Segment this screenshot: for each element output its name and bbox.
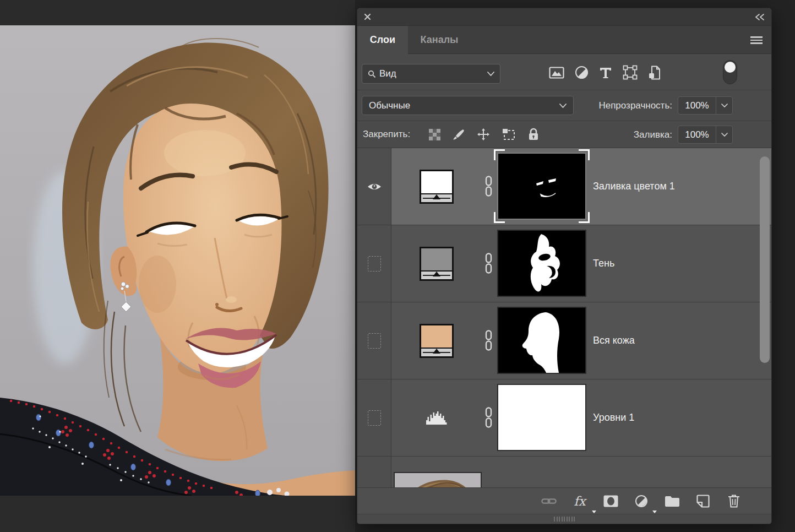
chevron-down-icon bbox=[487, 72, 494, 76]
fill-value-box[interactable]: 100% bbox=[678, 126, 733, 144]
link-mask-icon[interactable] bbox=[484, 407, 493, 428]
layer-body: Заливка цветом 1 bbox=[391, 148, 771, 225]
fill-control: Заливка: 100% bbox=[634, 126, 733, 144]
layer-name: Уровни 1 bbox=[593, 379, 634, 456]
new-adjustment-icon[interactable] bbox=[634, 495, 649, 508]
eye-icon[interactable] bbox=[367, 182, 382, 191]
search-icon bbox=[368, 70, 376, 78]
layer-row-fill-color-1[interactable]: Заливка цветом 1 bbox=[357, 148, 771, 225]
collapse-panel-icon[interactable] bbox=[755, 14, 765, 20]
mask-head-silhouette bbox=[498, 308, 585, 373]
photo-thumbnail bbox=[395, 473, 481, 487]
opacity-control: Непрозрачность: 100% bbox=[598, 96, 733, 115]
layer-row-levels[interactable]: Уровни 1 bbox=[357, 379, 771, 457]
filter-smart-objects-icon[interactable] bbox=[648, 66, 661, 80]
fill-swatch-thumbnail[interactable] bbox=[420, 324, 454, 358]
lock-transparency-icon[interactable] bbox=[429, 129, 440, 140]
fill-label: Заливка: bbox=[634, 129, 672, 140]
fill-swatch-thumbnail[interactable] bbox=[420, 170, 454, 204]
document-canvas: CP bbox=[0, 0, 355, 532]
image-layer-thumbnail[interactable] bbox=[394, 472, 482, 487]
mask-selection-bracket bbox=[579, 149, 590, 160]
visibility-checkbox-empty[interactable] bbox=[368, 410, 381, 426]
filter-type-buttons bbox=[549, 65, 661, 80]
layer-body: Вся кожа bbox=[391, 302, 771, 379]
blend-mode-dropdown[interactable]: Обычные bbox=[362, 96, 574, 115]
visibility-cell[interactable] bbox=[357, 148, 391, 225]
layer-name: Тень bbox=[593, 225, 614, 302]
layer-body: Уровни 1 bbox=[391, 379, 771, 456]
blend-row: Обычные Непрозрачность: 100% bbox=[357, 90, 771, 121]
layers-list: Заливка цветом 1 bbox=[357, 148, 771, 487]
opacity-value-box[interactable]: 100% bbox=[678, 96, 733, 115]
lock-all-icon[interactable] bbox=[528, 128, 539, 141]
mask-selection-bracket bbox=[579, 212, 590, 223]
opacity-value[interactable]: 100% bbox=[678, 97, 716, 114]
levels-histogram-icon[interactable] bbox=[426, 410, 448, 425]
filter-type-layers-icon[interactable] bbox=[599, 66, 612, 79]
layer-row-skin[interactable]: Вся кожа bbox=[357, 302, 771, 379]
layer-mask-thumbnail[interactable] bbox=[497, 384, 586, 451]
filter-toggle[interactable] bbox=[723, 60, 737, 84]
layer-name: Заливка цветом 1 bbox=[593, 148, 675, 225]
visibility-cell[interactable] bbox=[357, 302, 391, 379]
layer-row-shadow[interactable]: Тень bbox=[357, 225, 771, 302]
filter-kind-value: Вид bbox=[379, 68, 396, 79]
link-mask-icon[interactable] bbox=[484, 176, 493, 197]
filter-kind-dropdown[interactable]: Вид bbox=[362, 64, 500, 84]
blend-mode-value: Обычные bbox=[369, 100, 410, 111]
lock-label: Закрепить: bbox=[363, 129, 410, 140]
mask-face-marks bbox=[498, 154, 585, 219]
fx-dropdown-indicator bbox=[592, 511, 596, 513]
fill-color-swatch bbox=[421, 171, 452, 194]
new-group-icon[interactable] bbox=[665, 495, 680, 507]
visibility-checkbox-empty[interactable] bbox=[368, 256, 381, 272]
fill-color-swatch bbox=[421, 325, 452, 349]
mask-selection-bracket bbox=[494, 149, 505, 160]
layer-body bbox=[391, 457, 771, 487]
visibility-cell[interactable] bbox=[357, 225, 391, 302]
fill-slider bbox=[421, 194, 452, 202]
fill-color-swatch bbox=[421, 248, 452, 272]
delete-layer-icon[interactable] bbox=[726, 494, 742, 508]
fill-chevron[interactable] bbox=[716, 126, 732, 143]
fill-swatch-thumbnail[interactable] bbox=[420, 247, 454, 281]
filter-shape-layers-icon[interactable] bbox=[623, 65, 638, 80]
layers-scrollbar-thumb[interactable] bbox=[760, 156, 770, 363]
tab-channels[interactable]: Каналы bbox=[408, 26, 471, 53]
lock-position-icon[interactable] bbox=[477, 128, 490, 141]
lock-row: Закрепить: bbox=[357, 121, 771, 148]
lock-pixels-icon[interactable] bbox=[453, 128, 465, 140]
visibility-checkbox-empty[interactable] bbox=[368, 333, 381, 349]
lock-buttons bbox=[429, 121, 539, 148]
photo-canvas[interactable]: CP bbox=[0, 25, 355, 496]
fx-icon[interactable]: fx bbox=[572, 494, 587, 508]
filter-row: Вид bbox=[357, 54, 771, 90]
panel-menu-icon[interactable] bbox=[750, 36, 763, 44]
link-layers-icon[interactable] bbox=[541, 497, 557, 506]
close-icon[interactable] bbox=[364, 13, 371, 20]
link-mask-icon[interactable] bbox=[484, 330, 493, 351]
chevron-down-icon bbox=[721, 104, 728, 107]
layers-panel: Слои Каналы Вид bbox=[357, 8, 772, 524]
add-mask-icon[interactable] bbox=[603, 495, 618, 507]
layer-mask-thumbnail[interactable] bbox=[497, 307, 586, 374]
visibility-cell[interactable] bbox=[357, 457, 391, 487]
visibility-cell[interactable] bbox=[357, 379, 391, 456]
chevron-down-icon bbox=[559, 104, 567, 108]
filter-pixel-layers-icon[interactable] bbox=[549, 66, 564, 79]
panel-resize-grip[interactable] bbox=[357, 514, 771, 524]
opacity-chevron[interactable] bbox=[716, 97, 732, 114]
filter-adjustment-layers-icon[interactable] bbox=[575, 66, 589, 79]
new-layer-icon[interactable] bbox=[695, 495, 711, 508]
layer-mask-thumbnail[interactable] bbox=[497, 153, 586, 220]
lock-artboard-icon[interactable] bbox=[502, 128, 516, 141]
link-mask-icon[interactable] bbox=[484, 253, 493, 274]
tab-layers[interactable]: Слои bbox=[357, 26, 408, 54]
layer-name: Вся кожа bbox=[593, 302, 635, 379]
layer-body: Тень bbox=[391, 225, 771, 302]
layer-mask-thumbnail[interactable] bbox=[497, 230, 586, 297]
panel-tabs: Слои Каналы bbox=[357, 26, 771, 54]
fill-value[interactable]: 100% bbox=[678, 126, 716, 143]
layer-row-background-photo[interactable] bbox=[357, 457, 771, 487]
